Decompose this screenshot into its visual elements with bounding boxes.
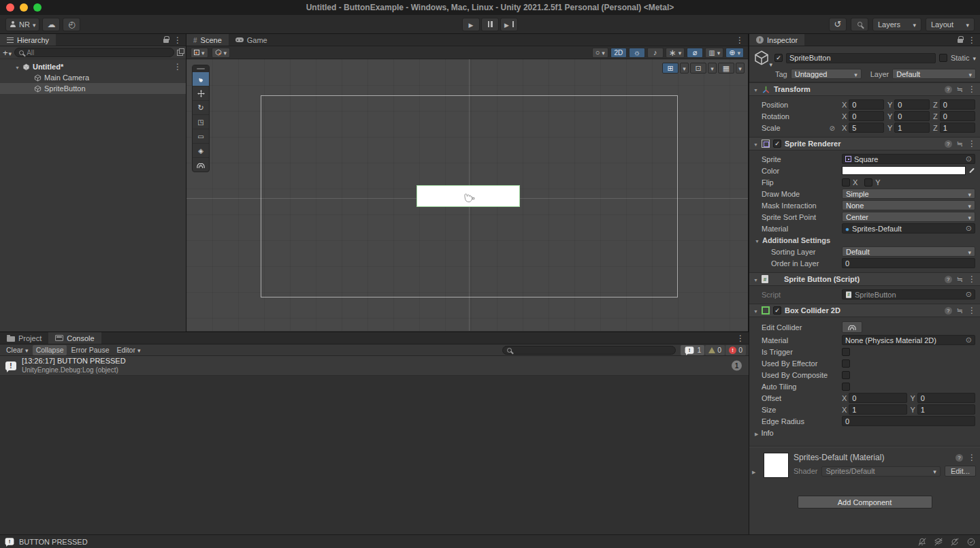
scale-tool[interactable] [193, 114, 209, 129]
foldout-closed-icon[interactable] [752, 467, 755, 475]
sort-point-dropdown[interactable]: Center [842, 212, 975, 222]
lock-icon[interactable] [958, 39, 963, 43]
hierarchy-search-input[interactable] [27, 49, 169, 57]
auto-refresh-disabled-icon[interactable] [950, 537, 960, 547]
presets-icon[interactable] [957, 275, 963, 284]
tab-game[interactable]: Game [229, 34, 274, 46]
sprite-button-object[interactable] [417, 186, 519, 206]
rect-tool[interactable] [193, 129, 209, 143]
close-button[interactable] [6, 3, 14, 12]
lock-icon[interactable] [163, 39, 169, 43]
component-menu-icon[interactable] [968, 306, 976, 315]
custom-tool[interactable] [193, 157, 209, 172]
draw-mode-dropdown[interactable]: Simple [842, 189, 975, 199]
shader-edit-button[interactable]: Edit... [945, 466, 976, 477]
component-menu-icon[interactable] [968, 274, 976, 284]
rotation-z-field[interactable]: 0 [940, 111, 975, 121]
flip-x-checkbox[interactable] [842, 178, 850, 187]
mask-interaction-dropdown[interactable]: None [842, 200, 975, 210]
object-picker-icon[interactable] [966, 290, 972, 299]
camera-view-dropdown[interactable] [212, 48, 231, 58]
rotation-y-field[interactable]: 0 [894, 111, 930, 121]
is-trigger-checkbox[interactable] [842, 348, 850, 356]
hierarchy-item-spritebutton[interactable]: SpriteButton [0, 83, 186, 94]
panel-menu-icon[interactable] [736, 35, 744, 45]
info-filter-toggle[interactable]: 1 [681, 345, 704, 355]
help-icon[interactable] [956, 454, 963, 462]
panel-menu-icon[interactable] [174, 35, 182, 45]
physics-material-field[interactable]: None (Physics Material 2D) [842, 335, 975, 345]
foldout-open-icon[interactable] [15, 63, 20, 71]
help-icon[interactable] [945, 86, 952, 93]
lighting-toggle[interactable] [629, 48, 645, 58]
editor-dropdown[interactable]: Editor [114, 345, 144, 355]
activity-check-icon[interactable] [966, 537, 976, 547]
material-preview-swatch[interactable] [764, 453, 789, 478]
component-menu-icon[interactable] [968, 139, 976, 148]
edge-radius-field[interactable]: 0 [842, 416, 975, 426]
tab-project[interactable]: Project [0, 332, 48, 344]
account-button[interactable]: NR [5, 18, 39, 31]
transform-header[interactable]: Transform [749, 82, 980, 96]
position-x-field[interactable]: 0 [849, 99, 884, 110]
overlay-drag-handle[interactable] [193, 65, 209, 71]
sprite-object-field[interactable]: Square [842, 154, 975, 164]
foldout-open-icon[interactable] [755, 236, 760, 244]
status-bar[interactable]: BUTTON PRESSED [0, 534, 980, 548]
material-object-field[interactable]: Sprites-Default [842, 223, 975, 233]
eyedropper-icon[interactable] [968, 167, 975, 174]
hidden-objects-toggle[interactable] [687, 48, 703, 58]
order-in-layer-field[interactable]: 0 [842, 258, 975, 268]
additional-settings-row[interactable]: Additional Settings [749, 234, 980, 246]
help-icon[interactable] [945, 307, 952, 315]
position-z-field[interactable]: 0 [940, 99, 975, 110]
log-entry[interactable]: [13:26:17] BUTTON PRESSED UnityEngine.De… [0, 356, 749, 376]
position-y-field[interactable]: 0 [894, 99, 930, 110]
snap-increment-dropdown[interactable] [708, 63, 717, 74]
component-enabled-checkbox[interactable] [773, 306, 781, 315]
tool-settings-dropdown[interactable] [736, 63, 745, 74]
layers-muted-icon[interactable] [934, 537, 943, 547]
foldout-open-icon[interactable] [753, 275, 758, 283]
static-checkbox[interactable] [939, 54, 947, 62]
auto-tiling-checkbox[interactable] [842, 383, 850, 391]
search-by-type-icon[interactable] [177, 50, 183, 56]
cloud-button[interactable] [42, 18, 60, 31]
effects-dropdown[interactable] [666, 48, 685, 58]
scene-canvas[interactable] [186, 59, 748, 331]
tool-settings-toggle[interactable] [718, 63, 734, 74]
name-field[interactable]: SpriteButton [786, 53, 936, 63]
add-component-button[interactable]: Add Component [798, 496, 932, 509]
component-menu-icon[interactable] [968, 84, 976, 94]
offset-y-field[interactable]: 0 [917, 393, 975, 403]
rotate-tool[interactable] [193, 100, 209, 114]
pause-button[interactable] [481, 18, 499, 31]
foldout-closed-icon[interactable] [755, 429, 758, 437]
gameobject-cube-icon[interactable] [753, 50, 771, 66]
rotation-x-field[interactable]: 0 [849, 111, 884, 121]
move-tool[interactable] [193, 86, 209, 100]
error-pause-toggle[interactable]: Error Pause [67, 345, 112, 355]
audio-toggle[interactable] [647, 48, 664, 58]
object-picker-icon[interactable] [966, 336, 972, 344]
transform-tool[interactable] [193, 143, 209, 157]
scale-z-field[interactable]: 1 [940, 123, 975, 133]
foldout-open-icon[interactable] [753, 85, 758, 93]
foldout-open-icon[interactable] [753, 140, 758, 148]
gizmos-dropdown[interactable] [725, 48, 744, 58]
shading-dropdown[interactable] [592, 48, 608, 58]
clear-button[interactable]: Clear [3, 345, 32, 355]
search-button[interactable] [851, 18, 868, 31]
flip-y-checkbox[interactable] [864, 178, 872, 187]
error-filter-toggle[interactable]: 0 [725, 345, 746, 355]
offset-x-field[interactable]: 0 [849, 393, 906, 403]
grid-snapping-toggle[interactable] [662, 63, 679, 74]
scale-x-field[interactable]: 5 [849, 123, 884, 133]
script-component-header[interactable]: Sprite Button (Script) [749, 272, 980, 286]
2d-toggle[interactable]: 2D [610, 48, 627, 58]
undo-history-button[interactable] [829, 18, 847, 31]
layer-dropdown[interactable]: Default [892, 69, 976, 79]
panel-menu-icon[interactable] [736, 334, 745, 343]
grid-snapping-dropdown[interactable] [680, 63, 689, 74]
object-picker-icon[interactable] [966, 224, 972, 233]
